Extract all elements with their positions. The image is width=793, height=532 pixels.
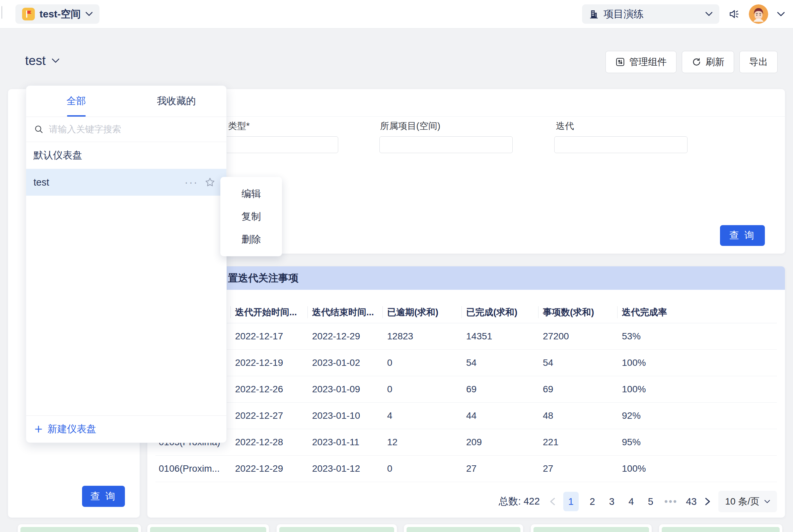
cell-name: 0106(Proxim... xyxy=(155,463,230,474)
sliders-icon xyxy=(615,57,625,67)
manage-widgets-button[interactable]: 管理组件 xyxy=(605,51,676,73)
table-row: 0106(Proxim... 2022-12-29 2023-01-12 0 2… xyxy=(155,456,777,482)
page-title-row: test xyxy=(25,54,60,68)
next-page-icon[interactable] xyxy=(705,497,710,506)
tab-favorites[interactable]: 我收藏的 xyxy=(126,86,226,117)
cell-count: 69 xyxy=(538,384,617,395)
cell-end: 2022-12-29 xyxy=(307,331,383,342)
bottom-card xyxy=(277,524,397,532)
prev-page-icon[interactable] xyxy=(550,497,555,506)
cell-overdue: 0 xyxy=(383,384,462,395)
pagination: 总数: 422 1 2 3 4 5 ••• 43 10 条/页 xyxy=(499,491,777,512)
active-tab-underline xyxy=(67,115,86,117)
column-header-rate: 迭代完成率 xyxy=(617,306,692,318)
panel-search-row xyxy=(26,117,226,142)
form-query-button[interactable]: 查 询 xyxy=(720,225,765,246)
cell-done: 44 xyxy=(462,411,538,421)
cell-count: 221 xyxy=(538,437,617,448)
cell-start: 2022-12-17 xyxy=(230,331,307,342)
cell-start: 2022-12-28 xyxy=(230,437,307,448)
new-dashboard-link[interactable]: 新建仪表盘 xyxy=(26,415,226,442)
list-item-label: 默认仪表盘 xyxy=(34,149,82,162)
page-43[interactable]: 43 xyxy=(685,496,697,507)
page-2[interactable]: 2 xyxy=(587,496,598,507)
speaker-icon xyxy=(728,8,740,20)
project-field[interactable] xyxy=(380,136,513,153)
export-label: 导出 xyxy=(749,56,768,68)
cell-overdue: 0 xyxy=(383,358,462,368)
cell-count: 27 xyxy=(538,463,617,474)
refresh-icon xyxy=(692,57,701,67)
tab-all[interactable]: 全部 xyxy=(26,86,126,117)
page-4[interactable]: 4 xyxy=(625,496,637,507)
bottom-card xyxy=(531,524,652,532)
column-header-count: 事项数(求和) xyxy=(538,306,617,318)
topbar-right: 项目演练 xyxy=(582,4,785,24)
cell-count: 27200 xyxy=(538,331,617,342)
cell-count: 48 xyxy=(538,411,617,421)
title-chevron-down-icon[interactable] xyxy=(52,58,60,63)
table-row: 2022-12-19 2023-01-02 0 54 54 100% xyxy=(155,350,777,376)
panel-tabs: 全部 我收藏的 xyxy=(26,86,226,117)
bottom-card-header xyxy=(150,527,266,532)
report-table: 迭代开始时间... 迭代结束时间... 已逾期(求和) 已完成(求和) 事项数(… xyxy=(155,302,777,482)
dashboard-list: 默认仪表盘 test ··· xyxy=(26,142,226,196)
bottom-card-header xyxy=(534,527,649,532)
page-actions: 管理组件 刷新 导出 xyxy=(605,51,778,73)
cell-end: 2023-01-02 xyxy=(307,358,383,368)
bottom-card xyxy=(404,524,523,532)
report-card: 置迭代关注事项 迭代开始时间... 迭代结束时间... 已逾期(求和) 已完成(… xyxy=(147,266,785,518)
cell-end: 2023-01-12 xyxy=(307,463,383,474)
announcement-icon-button[interactable] xyxy=(728,8,740,20)
menu-item-edit[interactable]: 编辑 xyxy=(220,183,282,205)
cell-done: 69 xyxy=(462,384,538,395)
list-item-test-dashboard[interactable]: test ··· xyxy=(26,169,226,196)
user-menu-chevron[interactable] xyxy=(777,12,785,17)
page-size-select[interactable]: 10 条/页 xyxy=(718,491,777,512)
iteration-field[interactable] xyxy=(554,136,688,153)
cell-start: 2022-12-27 xyxy=(230,411,307,421)
cell-start: 2022-12-29 xyxy=(230,463,307,474)
bottom-card-header xyxy=(662,527,780,532)
space-switcher-button[interactable]: test-空间 xyxy=(15,4,99,24)
filter-card-header xyxy=(147,89,785,117)
page-3[interactable]: 3 xyxy=(606,496,618,507)
avatar[interactable] xyxy=(749,4,768,24)
star-icon[interactable] xyxy=(204,176,216,188)
report-title: 置迭代关注事项 xyxy=(228,271,298,285)
bottom-card-header xyxy=(407,527,520,532)
page-5[interactable]: 5 xyxy=(645,496,656,507)
column-header-end: 迭代结束时间... xyxy=(307,306,383,318)
cell-rate: 100% xyxy=(617,358,692,368)
cell-rate: 100% xyxy=(617,384,692,395)
table-row: 0105(Proxima) 2022-12-28 2023-01-11 12 2… xyxy=(155,429,777,456)
chevron-down-icon xyxy=(705,12,713,16)
more-actions-icon[interactable]: ··· xyxy=(185,179,198,186)
cell-rate: 92% xyxy=(617,411,692,421)
more-pages-icon[interactable]: ••• xyxy=(664,496,677,507)
left-query-button[interactable]: 查 询 xyxy=(82,486,125,507)
column-header-overdue: 已逾期(求和) xyxy=(383,306,462,318)
cell-overdue: 12823 xyxy=(383,331,462,342)
export-button[interactable]: 导出 xyxy=(739,51,778,73)
menu-item-copy[interactable]: 复制 xyxy=(220,205,282,228)
menu-item-delete[interactable]: 删除 xyxy=(220,228,282,251)
page-1[interactable]: 1 xyxy=(563,492,579,511)
space-name: test-空间 xyxy=(40,7,81,21)
project-switcher-button[interactable]: 项目演练 xyxy=(582,4,719,24)
topbar: test-空间 项目演练 xyxy=(0,0,793,28)
plus-icon xyxy=(34,425,43,434)
cell-end: 2023-01-11 xyxy=(307,437,383,448)
list-item-default-dashboard[interactable]: 默认仪表盘 xyxy=(26,142,226,169)
search-icon xyxy=(34,125,43,134)
refresh-label: 刷新 xyxy=(705,56,724,68)
refresh-button[interactable]: 刷新 xyxy=(682,51,734,73)
page-title: test xyxy=(25,54,45,68)
list-item-label: test xyxy=(34,177,49,188)
search-input[interactable] xyxy=(48,124,218,135)
type-field-label: 类型* xyxy=(228,120,250,132)
cell-done: 54 xyxy=(462,358,538,368)
column-header-done: 已完成(求和) xyxy=(462,306,538,318)
bottom-card-header xyxy=(20,527,138,532)
cell-end: 2023-01-10 xyxy=(307,411,383,421)
